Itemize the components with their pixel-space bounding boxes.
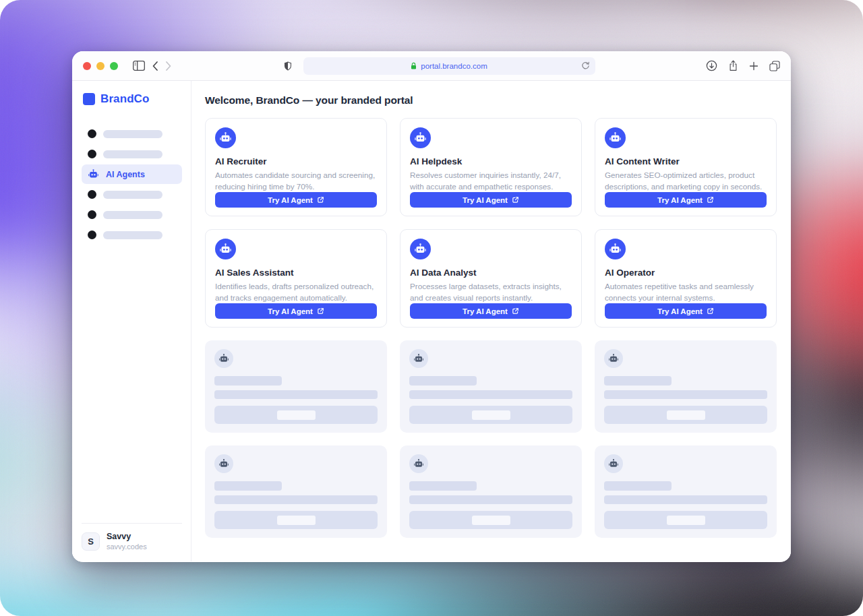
zoom-window-button[interactable]	[110, 62, 118, 70]
nav-dot-icon	[88, 129, 96, 138]
external-link-icon	[707, 196, 714, 204]
skeleton-button-label-bar	[472, 410, 510, 420]
share-icon[interactable]	[728, 60, 738, 71]
nav-dot-icon	[88, 150, 96, 158]
download-icon[interactable]	[706, 60, 717, 71]
try-agent-button[interactable]: Try AI Agent	[605, 303, 767, 319]
try-agent-label: Try AI Agent	[657, 196, 703, 204]
try-agent-label: Try AI Agent	[268, 307, 313, 315]
sidebar-toggle-icon[interactable]	[133, 61, 145, 71]
skeleton-button-bar	[604, 406, 767, 424]
browser-toolbar: portal.brandco.com	[72, 51, 791, 81]
robot-icon	[608, 458, 619, 469]
nav-skeleton-bar	[103, 130, 162, 138]
robot-icon	[608, 353, 619, 364]
agent-title: AI Operator	[605, 268, 767, 278]
robot-icon	[88, 168, 99, 180]
nav-dot-icon	[88, 210, 96, 219]
agent-card: AI Content Writer Generates SEO-optimize…	[595, 118, 777, 216]
try-agent-button[interactable]: Try AI Agent	[215, 192, 377, 208]
try-agent-label: Try AI Agent	[268, 196, 313, 204]
skeleton-card	[595, 445, 777, 538]
skeleton-title-bar	[409, 376, 477, 386]
forward-icon[interactable]	[165, 61, 172, 71]
sidebar-item-ai-agents[interactable]: AI Agents	[82, 164, 182, 184]
skeleton-button-bar	[604, 511, 767, 529]
skeleton-title-bar	[214, 481, 282, 491]
agent-card: AI Recruiter Automates candidate sourcin…	[205, 118, 387, 216]
lock-icon	[411, 62, 417, 70]
screenshot-canvas: portal.brandco.com	[0, 0, 863, 616]
robot-badge	[410, 127, 431, 148]
tab-overview-icon[interactable]	[769, 61, 780, 71]
try-agent-button[interactable]: Try AI Agent	[605, 192, 767, 208]
try-agent-button[interactable]: Try AI Agent	[410, 192, 572, 208]
skeleton-description-bar	[214, 495, 378, 504]
nav-dot-icon	[88, 230, 96, 239]
robot-badge	[605, 127, 626, 148]
sidebar-item-skeleton[interactable]	[82, 225, 182, 245]
page-title: Welcome, BrandCo — your branded portal	[205, 94, 777, 106]
skeleton-button-bar	[214, 406, 378, 424]
try-agent-button[interactable]: Try AI Agent	[215, 303, 377, 319]
brand-logo: BrandCo	[83, 92, 182, 106]
back-icon[interactable]	[152, 61, 158, 71]
robot-icon	[218, 353, 229, 364]
profile-card[interactable]: S Savvy savvy.codes	[82, 523, 182, 551]
agent-title: AI Data Analyst	[410, 268, 572, 278]
agent-title: AI Recruiter	[215, 156, 377, 166]
agent-card: AI Data Analyst Processes large datasets…	[400, 229, 582, 328]
robot-badge-skeleton	[604, 349, 623, 368]
robot-icon	[609, 243, 622, 255]
skeleton-card	[205, 340, 387, 433]
agent-description: Automates repetitive tasks and seamlessl…	[605, 281, 767, 303]
close-window-button[interactable]	[83, 62, 91, 70]
nav-dot-icon	[88, 190, 96, 199]
skeleton-button-label-bar	[277, 410, 316, 420]
skeleton-button-label-bar	[667, 516, 705, 525]
robot-badge	[215, 127, 236, 148]
robot-badge	[215, 239, 236, 259]
agent-description: Identifies leads, drafts personalized ou…	[215, 281, 377, 303]
robot-icon	[218, 458, 229, 469]
agent-title: AI Content Writer	[605, 156, 767, 166]
skeleton-button-label-bar	[472, 516, 510, 525]
address-bar[interactable]: portal.brandco.com	[303, 57, 595, 75]
skeleton-card	[400, 445, 582, 538]
sidebar-item-skeleton[interactable]	[82, 124, 182, 144]
agent-description: Automates candidate sourcing and screeni…	[215, 170, 377, 192]
profile-domain: savvy.codes	[107, 543, 147, 551]
sidebar-item-skeleton[interactable]	[82, 185, 182, 204]
robot-icon	[219, 131, 232, 144]
profile-name: Savvy	[107, 532, 147, 541]
skeleton-button-label-bar	[277, 516, 316, 525]
reload-icon[interactable]	[581, 61, 590, 70]
try-agent-label: Try AI Agent	[463, 196, 508, 204]
external-link-icon	[512, 196, 519, 204]
nav-skeleton-bar	[103, 211, 162, 219]
minimize-window-button[interactable]	[96, 62, 105, 70]
try-agent-label: Try AI Agent	[657, 307, 703, 315]
window-controls	[83, 62, 118, 70]
external-link-icon	[317, 307, 324, 315]
robot-icon	[219, 243, 232, 255]
agent-title: AI Helpdesk	[410, 156, 572, 166]
agent-description: Resolves customer inquiries instantly, 2…	[410, 170, 572, 192]
robot-badge-skeleton	[214, 349, 233, 368]
agent-description: Generates SEO-optimized articles, produc…	[605, 170, 767, 192]
nav-skeleton-bar	[103, 231, 162, 239]
robot-badge-skeleton	[214, 454, 233, 473]
url-text: portal.brandco.com	[421, 62, 487, 70]
skeleton-card	[205, 445, 387, 538]
nav-skeleton-bar	[103, 191, 162, 199]
avatar: S	[82, 532, 100, 551]
new-tab-icon[interactable]	[749, 61, 758, 71]
main-content: Welcome, BrandCo — your branded portal A…	[191, 81, 791, 561]
try-agent-button[interactable]: Try AI Agent	[410, 303, 572, 319]
sidebar-item-skeleton[interactable]	[82, 205, 182, 224]
skeleton-title-bar	[409, 481, 477, 491]
sidebar-item-skeleton[interactable]	[82, 144, 182, 164]
agent-description: Processes large datasets, extracts insig…	[410, 281, 572, 303]
privacy-shield-icon[interactable]	[283, 61, 293, 71]
robot-badge-skeleton	[409, 454, 428, 473]
